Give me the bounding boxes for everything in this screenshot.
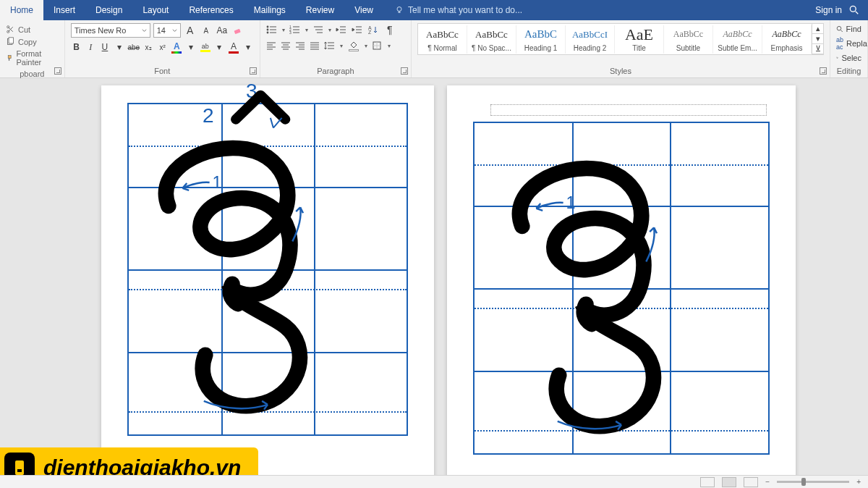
- grow-font-button[interactable]: A: [184, 24, 197, 37]
- tab-mailings[interactable]: Mailings: [244, 0, 296, 20]
- styles-dialog-launcher[interactable]: [820, 67, 827, 75]
- style-subtitle[interactable]: AaBbCcSubtitle: [664, 25, 713, 54]
- page-1[interactable]: 3 2 1: [101, 85, 434, 475]
- justify-icon[interactable]: [310, 41, 320, 50]
- show-marks-button[interactable]: ¶: [383, 23, 396, 36]
- cursor-icon: [836, 54, 838, 62]
- copy-icon: [6, 37, 15, 46]
- shrink-font-button[interactable]: A: [200, 24, 213, 37]
- group-label-editing: Editing: [836, 65, 861, 77]
- eraser-icon: [233, 25, 243, 35]
- style-subtle-emphasis[interactable]: AaBbCcSubtle Em...: [713, 25, 762, 54]
- stroke-number-1: 1: [213, 173, 222, 192]
- page-2[interactable]: 1: [447, 85, 796, 475]
- replace-button[interactable]: abacRepla: [836, 35, 861, 52]
- select-button[interactable]: Selec: [836, 52, 861, 64]
- paragraph-dialog-launcher[interactable]: [401, 67, 408, 75]
- style-title[interactable]: AaETitle: [615, 25, 664, 54]
- shading-button[interactable]: [347, 39, 360, 52]
- highlight-more[interactable]: ▾: [214, 41, 226, 54]
- document-area: 3 2 1: [0, 78, 868, 475]
- sort-icon[interactable]: AZ: [367, 25, 379, 35]
- underline-more-button[interactable]: ▾: [114, 41, 125, 54]
- styles-expand[interactable]: ⊻: [812, 44, 823, 54]
- cursive-letter-e: 1: [447, 98, 796, 453]
- tab-layout[interactable]: Layout: [132, 0, 179, 20]
- underline-button[interactable]: U: [99, 41, 111, 54]
- tab-home[interactable]: Home: [0, 0, 43, 20]
- tab-references[interactable]: References: [179, 0, 243, 20]
- copy-button[interactable]: Copy: [6, 35, 59, 48]
- brush-icon: [6, 54, 13, 63]
- font-dialog-launcher[interactable]: [250, 67, 257, 75]
- font-name-combo[interactable]: Times New Ro: [71, 23, 150, 38]
- style-heading1[interactable]: AaBbCHeading 1: [516, 25, 566, 54]
- read-mode-button[interactable]: [700, 477, 715, 487]
- caret-down-icon: [142, 28, 147, 33]
- cursive-letter-e-circumflex: 1: [101, 78, 434, 433]
- cut-button[interactable]: Cut: [6, 23, 59, 35]
- tab-insert[interactable]: Insert: [43, 0, 85, 20]
- italic-button[interactable]: I: [85, 41, 96, 54]
- tell-me-search[interactable]: Tell me what you want to do...: [383, 0, 522, 20]
- zoom-out-button[interactable]: −: [765, 478, 770, 486]
- strikethrough-button[interactable]: abe: [127, 41, 140, 54]
- clipboard-dialog-launcher[interactable]: [54, 67, 61, 75]
- line-spacing-icon[interactable]: [324, 41, 336, 51]
- bold-button[interactable]: B: [71, 41, 82, 54]
- align-left-icon[interactable]: [266, 41, 276, 50]
- signin-link[interactable]: Sign in: [815, 5, 842, 15]
- lightbulb-icon: [395, 6, 404, 14]
- font-size-combo[interactable]: 14: [153, 23, 181, 38]
- svg-point-10: [266, 32, 268, 34]
- svg-point-9: [266, 29, 268, 31]
- format-painter-button[interactable]: Format Painter: [6, 48, 59, 68]
- style-normal[interactable]: AaBbCc¶ Normal: [418, 25, 467, 54]
- group-label-styles: Styles: [417, 65, 824, 77]
- style-emphasis[interactable]: AaBbCcEmphasis: [762, 25, 812, 54]
- clear-formatting-button[interactable]: [231, 24, 244, 37]
- text-effects-more[interactable]: ▾: [185, 41, 197, 54]
- svg-point-8: [266, 26, 268, 28]
- subscript-button[interactable]: x₂: [142, 41, 154, 54]
- numbering-icon[interactable]: 123: [289, 25, 301, 35]
- style-no-spacing[interactable]: AaBbCc¶ No Spac...: [467, 25, 516, 54]
- tab-review[interactable]: Review: [296, 0, 344, 20]
- font-color-button[interactable]: A: [228, 41, 239, 54]
- web-layout-button[interactable]: [744, 477, 758, 487]
- print-layout-button[interactable]: [722, 477, 736, 487]
- align-center-icon[interactable]: [281, 41, 291, 50]
- bullets-icon[interactable]: [266, 25, 278, 35]
- tab-design[interactable]: Design: [85, 0, 132, 20]
- signin-area: Sign in: [807, 0, 868, 20]
- decrease-indent-icon[interactable]: [336, 25, 347, 35]
- style-heading2[interactable]: AaBbCcIHeading 2: [566, 25, 615, 54]
- ribbon: Cut Copy Format Painter pboard Times New…: [0, 20, 868, 78]
- search-icon[interactable]: [849, 5, 859, 15]
- find-button[interactable]: Find: [836, 23, 861, 35]
- increase-indent-icon[interactable]: [352, 25, 363, 35]
- change-case-button[interactable]: Aa: [216, 24, 229, 37]
- svg-point-1: [850, 6, 856, 12]
- group-label-paragraph: Paragraph: [266, 65, 405, 77]
- svg-rect-5: [9, 38, 14, 43]
- highlight-button[interactable]: ab: [200, 41, 211, 54]
- svg-point-17: [837, 26, 841, 30]
- scissors-icon: [6, 25, 15, 34]
- multilevel-icon[interactable]: [312, 25, 324, 35]
- text-effects-button[interactable]: A: [171, 41, 183, 54]
- tab-view[interactable]: View: [344, 0, 383, 20]
- styles-scroll: ▴ ▾ ⊻: [812, 24, 823, 54]
- borders-icon[interactable]: [372, 41, 383, 51]
- group-styles: AaBbCc¶ Normal AaBbCc¶ No Spac... AaBbCH…: [412, 20, 830, 77]
- zoom-slider[interactable]: [777, 481, 849, 483]
- superscript-button[interactable]: x²: [157, 41, 169, 54]
- align-right-icon[interactable]: [295, 41, 305, 50]
- zoom-in-button[interactable]: +: [856, 478, 861, 486]
- styles-scroll-up[interactable]: ▴: [812, 24, 823, 34]
- svg-text:1: 1: [566, 193, 576, 212]
- font-color-more[interactable]: ▾: [242, 41, 254, 54]
- bucket-icon: [349, 41, 358, 49]
- styles-scroll-down[interactable]: ▾: [812, 34, 823, 44]
- group-font: Times New Ro 14 A A Aa B I U ▾ abe x₂ x²…: [65, 20, 260, 77]
